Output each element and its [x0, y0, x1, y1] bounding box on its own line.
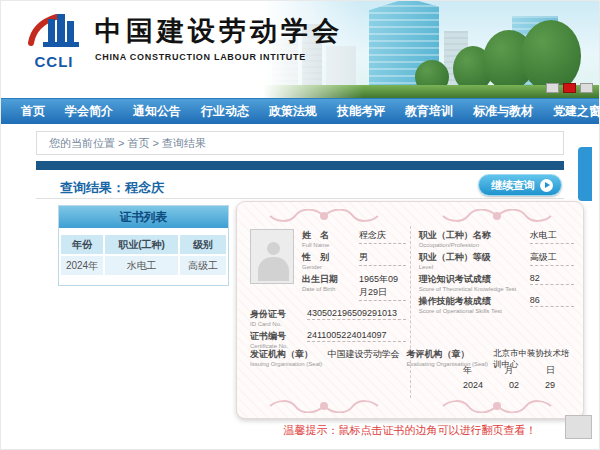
continue-query-label: 继续查询	[491, 178, 535, 193]
certificate-list-title: 证书列表	[59, 206, 228, 228]
field-label-cn: 身份证号	[250, 308, 300, 321]
nav-item-policies[interactable]: 政策法规	[259, 103, 327, 120]
breadcrumb-prefix: 您的当前位置 >	[49, 137, 124, 149]
carousel-indicator-active[interactable]	[563, 83, 576, 93]
field-value: 2411005224014097	[307, 330, 406, 342]
corner-widget[interactable]	[565, 415, 592, 439]
breadcrumb-separator: >	[153, 137, 159, 149]
nav-item-home[interactable]: 首页	[11, 103, 55, 120]
field-label-cn: 理论知识考试成绩	[419, 273, 523, 286]
nav-item-standards[interactable]: 标准与教材	[463, 103, 543, 120]
column-header-occupation: 职业(工种)	[105, 235, 178, 254]
field-label-cn: 考评机构（章）	[407, 348, 488, 361]
tree-graphic	[521, 20, 581, 92]
certificate-list-panel: 证书列表 年份 职业(工种) 级别 2024年 水电工 高级工	[58, 205, 229, 286]
photo-placeholder	[250, 229, 294, 284]
flourish-ornament-icon	[438, 398, 556, 413]
field-value: 水电工	[530, 229, 575, 244]
field-label-cn: 职业（工种）等级	[419, 251, 523, 264]
field-gender: 性 别 Gender 男	[302, 251, 406, 270]
field-value: 高级工	[530, 251, 575, 266]
carousel-indicators	[546, 83, 593, 93]
certificate-list-table: 年份 职业(工种) 级别 2024年 水电工 高级工	[59, 233, 228, 277]
field-label-en: Gender	[302, 264, 352, 270]
issuing-organisation: 发证机构（章） Issuing Organisation (Seal) 中国建设…	[250, 348, 407, 369]
person-silhouette-icon	[267, 242, 280, 255]
cell-level[interactable]: 高级工	[180, 256, 226, 275]
field-occupation-level: 职业（工种）等级 Level 高级工	[419, 251, 575, 270]
field-label-cn: 证书编号	[250, 330, 300, 343]
content-area: 查询结果：程念庆 继续查询 证书列表 年份 职业(工种) 级别	[36, 170, 564, 446]
site-title-chinese: 中国建设劳动学会	[95, 13, 343, 49]
continue-query-button[interactable]: 继续查询	[478, 174, 562, 196]
carousel-indicator[interactable]	[580, 83, 593, 93]
breadcrumb: 您的当前位置 > 首页 > 查询结果	[36, 131, 564, 155]
field-value: 男	[359, 251, 406, 266]
column-header-year: 年份	[61, 235, 103, 254]
field-label-en: Level	[419, 264, 523, 270]
field-skills-score: 操作技能考核成绩 Score of Operational Skills Tes…	[419, 295, 575, 314]
field-certificate-no: 证书编号 Certificate No. 2411005224014097	[250, 330, 406, 349]
month-label: 月	[504, 364, 513, 377]
nav-item-education[interactable]: 教育培训	[395, 103, 463, 120]
field-label-cn: 发证机构（章）	[250, 348, 322, 361]
nav-item-party-building[interactable]: 党建之窗	[543, 103, 600, 120]
carousel-indicator[interactable]	[546, 83, 559, 93]
field-value: 82	[530, 273, 575, 285]
floating-sidebar-widget[interactable]	[578, 147, 592, 201]
field-label-en: Full Name	[302, 242, 352, 248]
logo-acronym: CCLI	[25, 53, 83, 70]
field-date-of-birth: 出生日期 Date of Birth 1965年09月29日	[302, 273, 406, 301]
column-header-level: 级别	[180, 235, 226, 254]
month-value: 02	[509, 380, 519, 390]
cell-occupation[interactable]: 水电工	[105, 256, 178, 275]
field-value: 430502196509291013	[307, 308, 406, 320]
table-row[interactable]: 2024年 水电工 高级工	[61, 256, 226, 275]
field-label-en: ID Card No.	[250, 321, 300, 327]
nav-item-about[interactable]: 学会简介	[55, 103, 123, 120]
play-icon	[540, 179, 553, 192]
field-label-cn: 姓 名	[302, 229, 352, 242]
field-label-cn: 职业（工种）名称	[419, 229, 523, 242]
certificate-date: 年 月 日 2024 02 29	[455, 364, 563, 390]
field-label-cn: 操作技能考核成绩	[419, 295, 523, 308]
field-value: 程念庆	[359, 229, 406, 244]
field-label-cn: 出生日期	[302, 273, 352, 286]
nav-item-industry-news[interactable]: 行业动态	[191, 103, 259, 120]
section-divider-bar	[36, 161, 564, 170]
person-silhouette-icon	[258, 257, 289, 281]
year-value: 2024	[463, 380, 483, 390]
field-theory-score: 理论知识考试成绩 Score of Theoretical Knowledge …	[419, 273, 575, 292]
query-result-title: 查询结果：程念庆	[60, 179, 164, 197]
field-id-card-no: 身份证号 ID Card No. 430502196509291013	[250, 308, 406, 327]
breadcrumb-current: 查询结果	[162, 137, 206, 149]
ccli-logo-icon	[26, 11, 82, 51]
field-occupation-name: 职业（工种）名称 Occupation/Profession 水电工	[419, 229, 575, 248]
breadcrumb-home-link[interactable]: 首页	[128, 137, 150, 149]
field-label-en: Issuing Organisation (Seal)	[250, 361, 322, 367]
flourish-ornament-icon	[265, 209, 383, 224]
field-value: 1965年09月29日	[359, 273, 406, 301]
field-full-name: 姓 名 Full Name 程念庆	[302, 229, 406, 248]
flourish-ornament-icon	[265, 398, 383, 413]
certificate-column-divider	[410, 226, 411, 398]
field-value: 86	[530, 295, 575, 307]
flourish-ornament-icon	[438, 209, 556, 224]
hint-text: 温馨提示：鼠标点击证书的边角可以进行翻页查看！	[236, 423, 584, 438]
day-label: 日	[546, 364, 555, 377]
day-value: 29	[545, 380, 555, 390]
certificate-card[interactable]: 姓 名 Full Name 程念庆 性 别 Gender 男	[236, 201, 584, 419]
certificate-left-column: 姓 名 Full Name 程念庆 性 别 Gender 男	[250, 229, 406, 352]
nav-item-notices[interactable]: 通知公告	[123, 103, 191, 120]
field-label-en: Score of Theoretical Knowledge Test	[419, 286, 523, 292]
issuing-organisation-value: 中国建设劳动学会	[327, 348, 399, 369]
nav-item-skill-assessment[interactable]: 技能考评	[327, 103, 395, 120]
result-main: 证书列表 年份 职业(工种) 级别 2024年 水电工 高级工	[36, 199, 564, 446]
site-logo[interactable]: CCLI 中国建设劳动学会 CHINA CONSTRUCTION LABOUR …	[25, 11, 343, 70]
page: CCLI 中国建设劳动学会 CHINA CONSTRUCTION LABOUR …	[0, 0, 600, 450]
result-title-row: 查询结果：程念庆 继续查询	[36, 170, 564, 199]
field-label-en: Date of Birth	[302, 286, 352, 292]
field-label-en: Score of Operational Skills Test	[419, 308, 523, 314]
cell-year[interactable]: 2024年	[61, 256, 103, 275]
certificate-right-column: 职业（工种）名称 Occupation/Profession 水电工 职业（工种…	[419, 229, 575, 317]
